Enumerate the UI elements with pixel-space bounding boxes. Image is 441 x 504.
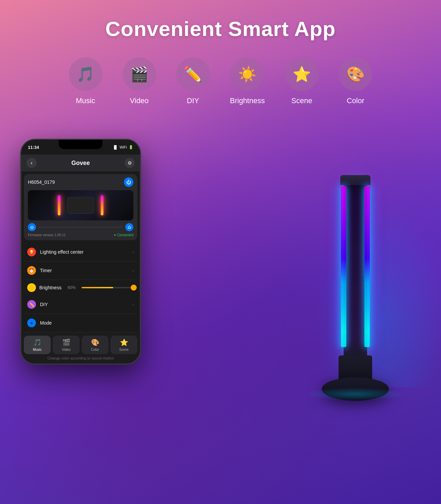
feature-video: 🎬 Video (123, 57, 156, 105)
status-bar: 11:34 ▐▌ WiFi 🔋 (21, 140, 140, 155)
lighting-icon: 💡 (27, 248, 36, 256)
features-row: 🎵 Music 🎬 Video ✏️ DIY ☀️ Brightness ⭐ (0, 51, 441, 119)
color-label: Color (347, 96, 364, 105)
app-title: Govee (71, 160, 90, 167)
scene-icon-circle: ⭐ (285, 57, 318, 91)
chevron-icon: › (132, 249, 134, 255)
light-bar-right (101, 195, 103, 215)
tab-color-icon: 🎨 (91, 338, 99, 346)
phone-time: 11:34 (28, 145, 39, 150)
brightness-feature-icon: ☀️ (238, 66, 257, 83)
video-label: Video (130, 96, 149, 105)
tabs-row: 🎵 Music 🎬 Video 🎨 Color ⭐ (24, 336, 137, 354)
lamp-container (297, 139, 414, 401)
lamp-body (297, 139, 414, 401)
color-icon: 🎨 (346, 66, 365, 83)
wifi-icon: WiFi (120, 145, 127, 149)
bluetooth-icon: ✦ (114, 233, 116, 237)
firmware-text: Firmware version 1.00.11 (28, 233, 66, 237)
bottom-tabs: 🎵 Music 🎬 Video 🎨 Color ⭐ (21, 332, 140, 364)
scene-icon: ⭐ (293, 66, 311, 83)
device-name: H6054_0179 (28, 179, 55, 185)
tv-shape (67, 197, 94, 214)
phone-mockup: 11:34 ▐▌ WiFi 🔋 ‹ Govee ⚙ H6054_ (20, 139, 141, 365)
scene-label: Scene (291, 96, 312, 105)
power-button[interactable]: ⏻ (124, 177, 133, 187)
brightness-icon: ☀️ (27, 283, 36, 292)
feature-brightness: ☀️ Brightness (230, 57, 265, 105)
connected-status: ✦ Connected (114, 233, 133, 237)
main-section: 11:34 ▐▌ WiFi 🔋 ‹ Govee ⚙ H6054_ (0, 119, 441, 421)
app-header: ‹ Govee ⚙ (21, 155, 140, 171)
brightness-icon-circle: ☀️ (230, 57, 264, 91)
status-icons: ▐▌ WiFi 🔋 (113, 145, 133, 150)
device-preview (28, 190, 133, 220)
floor-glow (305, 387, 406, 401)
video-icon-circle: 🎬 (123, 57, 156, 91)
page-header: Convenient Smart App (0, 0, 441, 51)
tab-video[interactable]: 🎬 Video (53, 336, 80, 354)
tab-color-label: Color (91, 348, 99, 351)
music-icon-circle: 🎵 (69, 57, 102, 91)
feature-scene: ⭐ Scene (285, 57, 318, 105)
mode-label: Mode (40, 320, 134, 326)
menu-item-mode[interactable]: ≡ Mode (24, 314, 137, 332)
firmware-row: Firmware version 1.00.11 ✦ Connected (28, 233, 133, 237)
light-bar-left (58, 195, 60, 215)
device-header: H6054_0179 ⏻ (28, 177, 133, 187)
slider-thumb[interactable] (131, 285, 137, 291)
diy-menu-icon: ✏️ (27, 300, 36, 309)
battery-icon: 🔋 (129, 145, 133, 150)
slider-fill (82, 287, 113, 288)
chevron-icon-3: › (132, 302, 134, 307)
phone-container: 11:34 ▐▌ WiFi 🔋 ‹ Govee ⚙ H6054_ (20, 139, 148, 365)
diy-icon-circle: ✏️ (176, 57, 210, 91)
brightness-text-label: Brightness (39, 285, 61, 290)
back-button[interactable]: ‹ (27, 158, 37, 168)
timer-label: Timer (40, 268, 132, 273)
device-controls: ⏻ ⏻ (28, 223, 133, 231)
feature-diy: ✏️ DIY (176, 57, 210, 105)
menu-item-diy[interactable]: ✏️ DIY › (24, 295, 137, 314)
left-control-button[interactable]: ⏻ (28, 223, 36, 231)
tab-scene-icon: ⭐ (120, 338, 128, 346)
music-icon: 🎵 (76, 66, 95, 83)
tab-music[interactable]: 🎵 Music (24, 336, 51, 354)
signal-icon: ▐▌ (113, 145, 118, 149)
menu-item-lighting[interactable]: 💡 Lighting effect center › (24, 243, 137, 261)
brightness-row: ☀️ Brightness 60% (24, 280, 137, 295)
lighting-label: Lighting effect center (40, 249, 132, 255)
lamp-glow-left (341, 186, 346, 347)
lamp-top (340, 175, 370, 185)
lamp-glow-right (364, 186, 370, 347)
chevron-icon-2: › (132, 268, 134, 273)
right-control-button[interactable]: ⏻ (125, 223, 133, 231)
timer-icon: ⏰ (27, 266, 36, 275)
feature-color: 🎨 Color (339, 57, 372, 105)
tab-music-icon: 🎵 (33, 338, 42, 346)
color-icon-circle: 🎨 (339, 57, 372, 91)
music-label: Music (76, 96, 95, 105)
tab-scene-label: Scene (119, 348, 129, 351)
diy-menu-label: DIY (40, 302, 132, 307)
device-card: H6054_0179 ⏻ ⏻ ⏻ (24, 174, 137, 240)
menu-item-timer[interactable]: ⏰ Timer › (24, 261, 137, 280)
brightness-value: 60% (68, 285, 76, 290)
feature-music: 🎵 Music (69, 57, 102, 105)
lamp-tower (344, 179, 367, 361)
page-title: Convenient Smart App (0, 17, 441, 41)
progress-bar (39, 227, 123, 227)
tab-color[interactable]: 🎨 Color (82, 336, 108, 354)
brightness-slider[interactable] (82, 287, 134, 288)
diy-label: DIY (187, 96, 199, 105)
bottom-caption: Change color according to sound rhythm (24, 354, 137, 362)
settings-button[interactable]: ⚙ (125, 158, 135, 168)
device-preview-inner (28, 190, 133, 220)
tab-video-icon: 🎬 (62, 338, 71, 346)
diy-icon: ✏️ (184, 66, 202, 83)
mode-icon: ≡ (27, 319, 36, 327)
tab-video-label: Video (62, 348, 70, 351)
phone-notch (59, 140, 102, 149)
video-icon: 🎬 (130, 66, 148, 83)
tab-scene[interactable]: ⭐ Scene (111, 336, 137, 354)
